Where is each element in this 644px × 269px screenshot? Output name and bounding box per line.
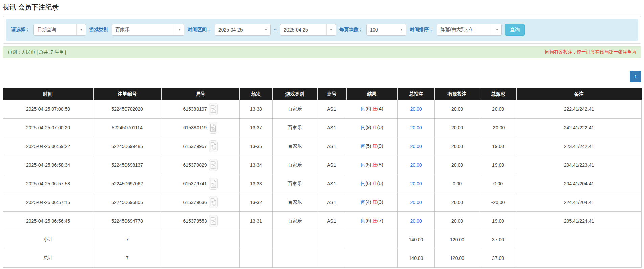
round-id-text: 615379741: [183, 181, 207, 186]
cell-game: 百家乐: [273, 137, 317, 156]
cell-payout: -20.00: [480, 193, 516, 212]
cell-result: 闲(6) 庄(7): [346, 212, 398, 230]
cell-valid-bet: 20.00: [435, 212, 480, 230]
bet-records-table: 时间 注单编号 局号 场次 游戏类别 桌号 结果 总投注 有效投注 总派彩 备注…: [3, 88, 642, 268]
total-bet-link[interactable]: 20.00: [410, 181, 422, 186]
cell-game: 百家乐: [273, 156, 317, 174]
table-row: 2025-04-25 07:00:50 522450702020 6153801…: [3, 100, 642, 119]
total-bet-link[interactable]: 20.00: [410, 162, 422, 168]
header-valid-bet: 有效投注: [435, 88, 480, 100]
cell-time: 2025-04-25 06:57:58: [3, 174, 93, 193]
cell-result: 闲(9) 庄(0): [346, 119, 398, 137]
header-time: 时间: [3, 88, 93, 100]
summary-bar: 币别：人民币 | 总共 :7 注单 | 同局有效投注，统一计算在该局第一张注单内: [3, 46, 641, 58]
cell-bet-id: 522450699485: [93, 137, 161, 156]
round-id-text: 615379957: [183, 144, 207, 149]
table-row: 2025-04-25 06:57:58 522450697062 6153797…: [3, 174, 642, 193]
search-button[interactable]: 查询: [505, 24, 525, 36]
cell-note: 223.41/242.41: [516, 137, 642, 156]
date-from-value: 2025-04-25: [215, 24, 261, 35]
cell-time: 2025-04-25 06:58:34: [3, 156, 93, 174]
valid-bet-notice: 同局有效投注，统一计算在该局第一张注单内: [545, 49, 636, 55]
cell-session: 13-33: [240, 174, 273, 193]
video-replay-button[interactable]: [209, 215, 218, 227]
cell-table-no: AS1: [317, 174, 346, 193]
cell-bet-id: 522450698137: [93, 156, 161, 174]
cell-round-id: 615379553: [161, 212, 240, 230]
cell-result: 闲(6) 庄(4): [346, 100, 398, 119]
cell-table-no: AS1: [317, 100, 346, 119]
video-file-icon: [210, 217, 216, 225]
cell-result: 闲(6) 庄(6): [346, 174, 398, 193]
date-from-select[interactable]: 2025-04-25 ▼: [215, 24, 271, 36]
game-type-value: 百家乐: [112, 24, 175, 35]
subtotal-count: 7: [93, 230, 161, 249]
game-type-label: 游戏类别: [89, 27, 108, 33]
table-row: 2025-04-25 06:58:34 522450698137 6153798…: [3, 156, 642, 174]
video-file-icon: [210, 105, 216, 113]
video-file-icon: [210, 142, 216, 150]
date-to-select[interactable]: 2025-04-25 ▼: [280, 24, 336, 36]
currency-total-text: 币别：人民币 | 总共 :7 注单 |: [8, 49, 66, 55]
total-bet-link[interactable]: 20.00: [410, 218, 422, 224]
video-replay-button[interactable]: [209, 159, 218, 171]
cell-payout: 20.00: [480, 100, 516, 119]
tilde-separator: ~: [274, 27, 277, 33]
page-size-select[interactable]: 100 ▼: [366, 24, 406, 36]
chevron-down-icon: ▼: [397, 24, 406, 35]
pagination-top: 1: [3, 71, 641, 82]
video-replay-button[interactable]: [209, 103, 218, 115]
total-bet-link[interactable]: 20.00: [410, 144, 422, 149]
table-row-highlighted: 2025-04-25 06:56:45 522450694778 6153795…: [3, 212, 642, 230]
video-file-icon: [210, 161, 216, 169]
cell-game: 百家乐: [273, 119, 317, 137]
sort-order-select[interactable]: 降冪(由大到小) ▼: [437, 24, 502, 36]
query-mode-select[interactable]: 日期查询 ▼: [33, 24, 86, 36]
total-bet-link[interactable]: 20.00: [410, 125, 422, 130]
video-file-icon: [210, 124, 216, 132]
table-header-row: 时间 注单编号 局号 场次 游戏类别 桌号 结果 总投注 有效投注 总派彩 备注: [3, 88, 642, 100]
subtotal-label: 小计: [3, 230, 93, 249]
total-bet-link[interactable]: 20.00: [410, 200, 422, 205]
cell-valid-bet: 20.00: [435, 119, 480, 137]
total-bet-link[interactable]: 20.00: [410, 106, 422, 112]
chevron-down-icon: ▼: [261, 24, 270, 35]
cell-game: 百家乐: [273, 100, 317, 119]
cell-payout: 19.00: [480, 212, 516, 230]
video-replay-button[interactable]: [209, 178, 218, 190]
header-note: 备注: [516, 88, 642, 100]
cell-table-no: AS1: [317, 212, 346, 230]
subtotal-total-bet: 140.00: [398, 230, 435, 249]
table-row: 2025-04-25 07:00:20 522450701114 6153801…: [3, 119, 642, 137]
cell-table-no: AS1: [317, 137, 346, 156]
cell-session: 13-35: [240, 137, 273, 156]
cell-valid-bet: 20.00: [435, 137, 480, 156]
page-1-button[interactable]: 1: [630, 71, 641, 82]
cell-total-bet: 20.00: [398, 212, 435, 230]
video-replay-button[interactable]: [209, 122, 217, 134]
total-valid-bet: 120.00: [435, 249, 480, 268]
cell-total-bet: 20.00: [398, 137, 435, 156]
page-title: 视讯 会员下注纪录: [3, 3, 641, 12]
total-payout: 37.00: [480, 249, 516, 268]
total-label: 总计: [3, 249, 93, 268]
video-replay-button[interactable]: [209, 140, 218, 152]
cell-valid-bet: 20.00: [435, 156, 480, 174]
game-type-select[interactable]: 百家乐 ▼: [112, 24, 184, 36]
video-replay-button[interactable]: [209, 196, 218, 208]
cell-payout: -20.00: [480, 119, 516, 137]
total-count: 7: [93, 249, 161, 268]
cell-time: 2025-04-25 07:00:20: [3, 119, 93, 137]
cell-session: 13-32: [240, 193, 273, 212]
cell-payout: 19.00: [480, 137, 516, 156]
sort-order-label: 时间排序：: [410, 27, 433, 33]
subtotal-row: 小计 7 140.00 120.00 37.00: [3, 230, 642, 249]
cell-valid-bet: 20.00: [435, 100, 480, 119]
video-file-icon: [210, 198, 216, 206]
video-file-icon: [210, 180, 216, 188]
chevron-down-icon: ▼: [76, 24, 86, 35]
cell-valid-bet: 20.00: [435, 193, 480, 212]
round-id-text: 615379636: [183, 200, 207, 205]
round-id-text: 615380119: [183, 125, 207, 130]
cell-table-no: AS1: [317, 156, 346, 174]
